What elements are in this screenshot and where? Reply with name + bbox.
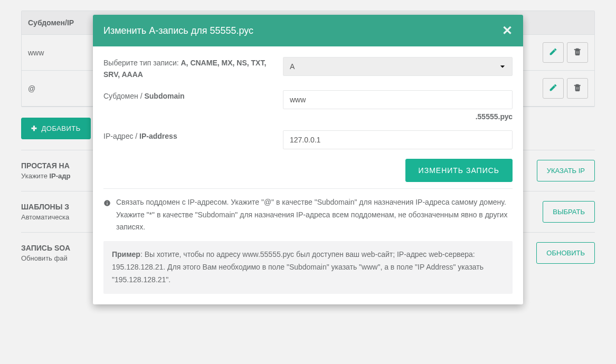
submit-edit-button[interactable]: ИЗМЕНИТЬ ЗАПИСЬ xyxy=(405,159,513,182)
subdomain-input[interactable] xyxy=(283,90,513,109)
modal-header: Изменить A-запись для 55555.рус ✕ xyxy=(93,15,523,46)
example-label: Пример xyxy=(112,250,140,258)
ip-address-input[interactable] xyxy=(283,130,513,149)
modal-title: Изменить A-запись для 55555.рус xyxy=(103,25,253,36)
record-type-label: Выберите тип записи: A, CNAME, MX, NS, T… xyxy=(103,57,283,81)
info-icon xyxy=(103,198,111,211)
close-icon[interactable]: ✕ xyxy=(502,23,513,38)
example-text: : Вы хотите, чтобы по адресу www.55555.р… xyxy=(112,250,484,284)
example-box: Пример: Вы хотите, чтобы по адресу www.5… xyxy=(103,241,513,284)
record-type-select[interactable]: A xyxy=(283,57,513,76)
domain-suffix: .55555.рус xyxy=(283,112,513,121)
edit-a-record-modal: Изменить A-запись для 55555.рус ✕ Выбери… xyxy=(93,15,523,284)
modal-backdrop: Изменить A-запись для 55555.рус ✕ Выбери… xyxy=(0,0,616,284)
subdomain-label: Субдомен / Subdomain xyxy=(103,90,283,121)
info-text: Связать поддомен с IP-адресом. Укажите "… xyxy=(116,196,513,234)
ip-address-label: IP-адрес / IP-address xyxy=(103,130,283,149)
